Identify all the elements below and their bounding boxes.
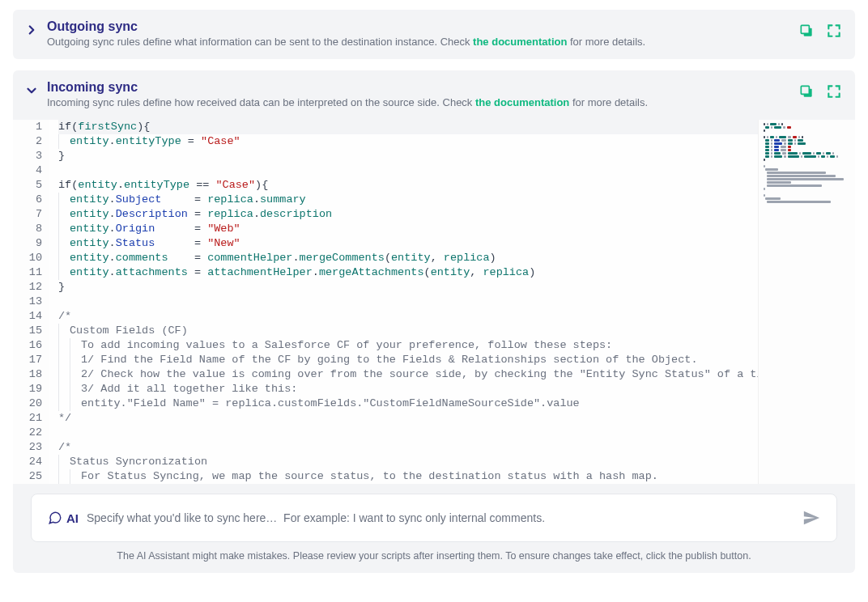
svg-rect-3	[801, 86, 809, 94]
outgoing-desc: Outgoing sync rules define what informat…	[47, 36, 798, 48]
fullscreen-icon[interactable]	[826, 23, 842, 39]
outgoing-panel-header: Outgoing sync Outgoing sync rules define…	[13, 10, 855, 59]
chevron-down-icon	[24, 83, 39, 98]
incoming-desc: Incoming sync rules define how received …	[47, 96, 798, 108]
outgoing-docs-link[interactable]: the documentation	[473, 36, 567, 48]
incoming-panel-header: Incoming sync Incoming sync rules define…	[13, 70, 855, 120]
incoming-docs-link[interactable]: the documentation	[475, 96, 569, 108]
ai-prompt-input[interactable]	[87, 511, 794, 524]
code-editor[interactable]: 1234567891011121314151617181920212223242…	[13, 120, 855, 484]
ai-label: AI	[48, 511, 79, 525]
copy-icon[interactable]	[798, 23, 815, 39]
chat-icon	[48, 511, 62, 525]
copy-icon[interactable]	[798, 83, 815, 100]
incoming-expand-toggle[interactable]	[24, 80, 47, 101]
send-icon[interactable]	[802, 509, 820, 527]
fullscreen-icon[interactable]	[826, 83, 842, 100]
outgoing-expand-toggle[interactable]	[24, 19, 47, 40]
outgoing-sync-panel: Outgoing sync Outgoing sync rules define…	[13, 10, 855, 59]
outgoing-title: Outgoing sync	[47, 19, 798, 34]
code-content[interactable]: if(firstSync){entity.entityType = "Case"…	[49, 120, 758, 484]
svg-rect-1	[801, 25, 809, 33]
line-number-gutter: 1234567891011121314151617181920212223242…	[13, 120, 49, 484]
code-minimap[interactable]	[758, 120, 855, 484]
ai-assist-box: AI	[31, 494, 837, 542]
ai-disclaimer: The AI Assistant might make mistakes. Pl…	[13, 550, 855, 562]
incoming-sync-panel: Incoming sync Incoming sync rules define…	[13, 70, 855, 573]
chevron-right-icon	[24, 23, 39, 37]
incoming-title: Incoming sync	[47, 80, 798, 95]
